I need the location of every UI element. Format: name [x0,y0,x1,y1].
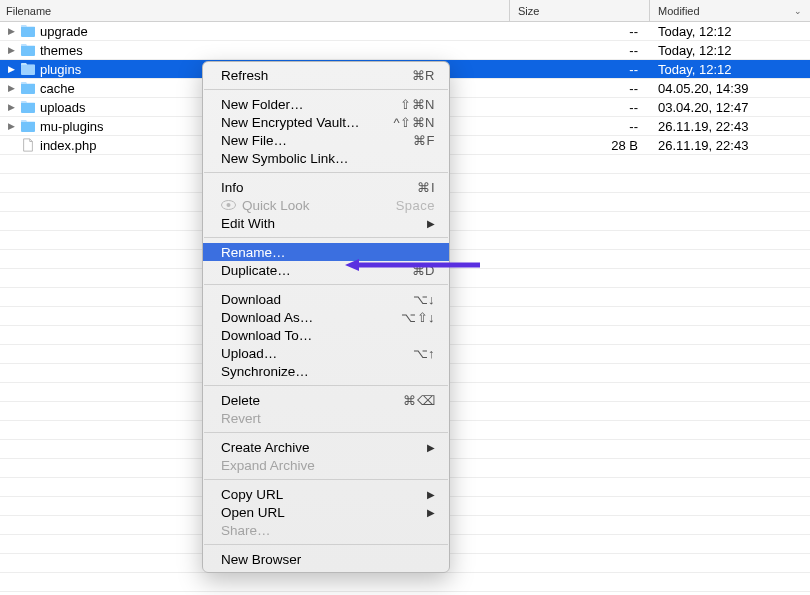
menu-new-vault[interactable]: New Encrypted Vault… ^⇧⌘N [203,113,449,131]
column-filename[interactable]: Filename [0,0,510,21]
menu-delete-label: Delete [221,393,260,408]
folder-icon [20,81,36,95]
menu-download-as-label: Download As… [221,310,313,325]
folder-icon [20,62,36,76]
file-modified: 04.05.20, 14:39 [650,81,810,96]
disclosure-triangle-icon[interactable]: ▶ [6,121,16,131]
menu-download-as[interactable]: Download As… ⌥⇧↓ [203,308,449,326]
column-size-label: Size [518,5,539,17]
menu-delete-shortcut: ⌘⌫ [403,393,435,408]
menu-delete[interactable]: Delete ⌘⌫ [203,391,449,409]
file-size: -- [510,24,650,39]
file-size: -- [510,62,650,77]
submenu-arrow-icon: ▶ [427,442,435,453]
column-header[interactable]: Filename Size Modified ⌄ [0,0,810,22]
disclosure-triangle-icon[interactable]: ▶ [6,102,16,112]
menu-separator [204,172,448,173]
file-size: -- [510,119,650,134]
menu-new-folder-label: New Folder… [221,97,304,112]
file-name: themes [40,43,83,58]
menu-revert: Revert [203,409,449,427]
column-modified-label: Modified [658,5,700,17]
menu-copy-url[interactable]: Copy URL ▶ [203,485,449,503]
file-size: -- [510,100,650,115]
file-modified: Today, 12:12 [650,24,810,39]
file-row[interactable]: ▶upgrade--Today, 12:12 [0,22,810,41]
menu-separator [204,89,448,90]
folder-icon [20,24,36,38]
menu-upload-shortcut: ⌥↑ [413,346,436,361]
file-name: index.php [40,138,96,153]
menu-rename-label: Rename… [221,245,286,260]
menu-duplicate[interactable]: Duplicate… ⌘D [203,261,449,279]
menu-separator [204,544,448,545]
menu-quick-look-shortcut: Space [396,198,435,213]
column-filename-label: Filename [6,5,51,17]
file-name: uploads [40,100,86,115]
menu-separator [204,284,448,285]
menu-refresh[interactable]: Refresh ⌘R [203,66,449,84]
menu-download-shortcut: ⌥↓ [413,292,436,307]
svg-point-1 [227,203,231,207]
menu-new-folder[interactable]: New Folder… ⇧⌘N [203,95,449,113]
column-size[interactable]: Size [510,0,650,21]
menu-share: Share… [203,521,449,539]
folder-icon [20,100,36,114]
menu-refresh-label: Refresh [221,68,268,83]
disclosure-triangle-icon[interactable]: ▶ [6,45,16,55]
menu-download-label: Download [221,292,281,307]
file-size: 28 B [510,138,650,153]
menu-revert-label: Revert [221,411,261,426]
menu-new-file[interactable]: New File… ⌘F [203,131,449,149]
file-size: -- [510,81,650,96]
menu-new-symlink[interactable]: New Symbolic Link… [203,149,449,167]
menu-info-shortcut: ⌘I [417,180,435,195]
file-name: cache [40,81,75,96]
menu-new-vault-label: New Encrypted Vault… [221,115,360,130]
empty-row [0,573,810,592]
file-row[interactable]: ▶themes--Today, 12:12 [0,41,810,60]
menu-duplicate-label: Duplicate… [221,263,291,278]
column-modified[interactable]: Modified ⌄ [650,0,810,21]
eye-icon [221,200,236,210]
menu-new-browser[interactable]: New Browser [203,550,449,568]
disclosure-triangle-icon[interactable]: ▶ [6,83,16,93]
submenu-arrow-icon: ▶ [427,489,435,500]
menu-synchronize[interactable]: Synchronize… [203,362,449,380]
menu-edit-with[interactable]: Edit With ▶ [203,214,449,232]
menu-download-to[interactable]: Download To… [203,326,449,344]
disclosure-triangle-icon[interactable]: ▶ [6,26,16,36]
menu-upload-label: Upload… [221,346,277,361]
menu-info[interactable]: Info ⌘I [203,178,449,196]
menu-new-file-shortcut: ⌘F [413,133,435,148]
menu-download[interactable]: Download ⌥↓ [203,290,449,308]
file-size: -- [510,43,650,58]
menu-create-archive[interactable]: Create Archive ▶ [203,438,449,456]
menu-synchronize-label: Synchronize… [221,364,309,379]
menu-create-archive-label: Create Archive [221,440,310,455]
menu-download-as-shortcut: ⌥⇧↓ [401,310,435,325]
file-modified: Today, 12:12 [650,62,810,77]
file-name: plugins [40,62,81,77]
context-menu: Refresh ⌘R New Folder… ⇧⌘N New Encrypted… [202,61,450,573]
file-modified: 03.04.20, 12:47 [650,100,810,115]
menu-share-label: Share… [221,523,271,538]
submenu-arrow-icon: ▶ [427,507,435,518]
disclosure-triangle-icon[interactable]: ▶ [6,64,16,74]
menu-duplicate-shortcut: ⌘D [412,263,435,278]
file-name: mu-plugins [40,119,104,134]
file-name: upgrade [40,24,88,39]
menu-edit-with-label: Edit With [221,216,275,231]
sort-indicator-icon: ⌄ [794,6,802,16]
file-modified: 26.11.19, 22:43 [650,119,810,134]
menu-upload[interactable]: Upload… ⌥↑ [203,344,449,362]
menu-rename[interactable]: Rename… [203,243,449,261]
menu-refresh-shortcut: ⌘R [412,68,435,83]
submenu-arrow-icon: ▶ [427,218,435,229]
menu-open-url[interactable]: Open URL ▶ [203,503,449,521]
folder-icon [20,119,36,133]
menu-separator [204,385,448,386]
menu-new-folder-shortcut: ⇧⌘N [400,97,435,112]
menu-separator [204,479,448,480]
menu-info-label: Info [221,180,244,195]
